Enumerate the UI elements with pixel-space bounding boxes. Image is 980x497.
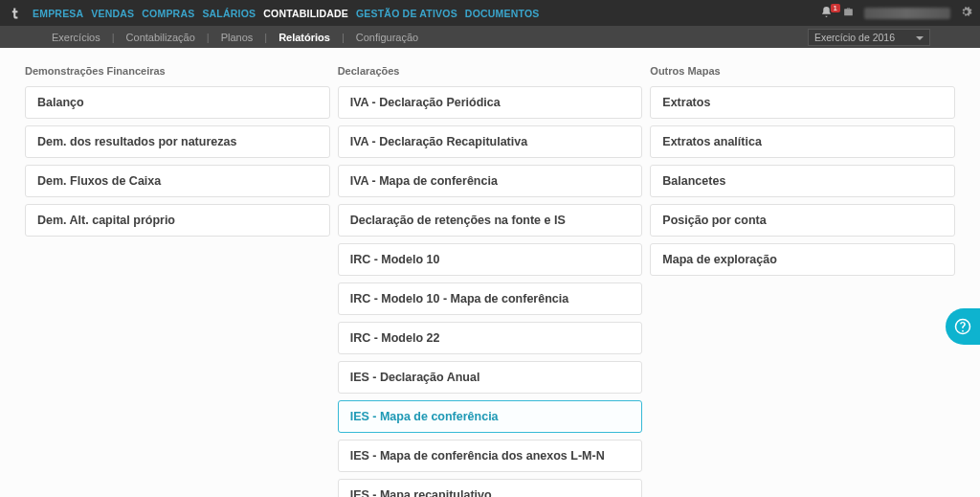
report-card[interactable]: IES - Mapa recapitulativo (338, 479, 643, 497)
briefcase-icon[interactable] (842, 6, 855, 20)
report-card[interactable]: IRC - Modelo 10 (338, 243, 643, 276)
report-card[interactable]: IES - Mapa de conferência dos anexos L-M… (338, 440, 643, 472)
report-card[interactable]: IVA - Mapa de conferência (338, 165, 643, 197)
top-bar: EMPRESAVENDASCOMPRASSALÁRIOSCONTABILIDAD… (0, 0, 980, 26)
user-name[interactable] (864, 8, 950, 19)
separator: | (207, 32, 210, 43)
report-card[interactable]: Mapa de exploração (650, 243, 955, 276)
report-card[interactable]: Balanço (25, 86, 330, 119)
topnav-item-compras[interactable]: COMPRAS (142, 8, 194, 19)
report-card[interactable]: Dem. Fluxos de Caixa (25, 165, 330, 197)
subnav-item-contabilização[interactable]: Contabilização (124, 32, 197, 43)
column-header: Outros Mapas (650, 65, 955, 77)
subnav-item-planos[interactable]: Planos (219, 32, 256, 43)
gear-icon[interactable] (960, 6, 972, 20)
column-header: Demonstrações Financeiras (25, 65, 330, 77)
sub-bar: Exercícios|Contabilização|Planos|Relatór… (0, 26, 980, 48)
subnav-item-configuração[interactable]: Configuração (354, 32, 420, 43)
report-card[interactable]: IES - Mapa de conferência (338, 400, 643, 433)
column-other: Outros Mapas ExtratosExtratos analíticaB… (650, 65, 955, 497)
topnav-item-vendas[interactable]: VENDAS (91, 8, 134, 19)
report-card[interactable]: IES - Declaração Anual (338, 361, 643, 394)
report-card[interactable]: Declaração de retenções na fonte e IS (338, 204, 643, 237)
sub-nav: Exercícios|Contabilização|Planos|Relatór… (50, 32, 420, 43)
subnav-item-exercícios[interactable]: Exercícios (50, 32, 102, 43)
column-financial: Demonstrações Financeiras BalançoDem. do… (25, 65, 330, 497)
content-grid: Demonstrações Financeiras BalançoDem. do… (0, 48, 980, 497)
separator: | (112, 32, 115, 43)
report-card[interactable]: Dem. dos resultados por naturezas (25, 125, 330, 158)
topnav-item-documentos[interactable]: DOCUMENTOS (465, 8, 540, 19)
app-logo[interactable] (8, 5, 25, 22)
report-card[interactable]: Extratos analítica (650, 125, 955, 158)
topnav-item-contabilidade[interactable]: CONTABILIDADE (263, 8, 348, 19)
subnav-item-relatórios[interactable]: Relatórios (277, 32, 332, 43)
report-card[interactable]: Extratos (650, 86, 955, 119)
report-card[interactable]: IVA - Declaração Periódica (338, 86, 643, 119)
top-bar-right: 1 (820, 6, 972, 20)
notification-badge: 1 (831, 4, 840, 12)
topnav-item-salários[interactable]: SALÁRIOS (202, 8, 256, 19)
report-card[interactable]: IVA - Declaração Recapitulativa (338, 125, 643, 158)
column-header: Declarações (338, 65, 643, 77)
help-button[interactable] (946, 308, 980, 345)
report-card[interactable]: IRC - Modelo 22 (338, 322, 643, 354)
column-declarations: Declarações IVA - Declaração PeriódicaIV… (338, 65, 643, 497)
report-card[interactable]: Posição por conta (650, 204, 955, 237)
report-card[interactable]: Balancetes (650, 165, 955, 197)
year-selector[interactable]: Exercício de 2016 (808, 29, 930, 46)
report-card[interactable]: Dem. Alt. capital próprio (25, 204, 330, 237)
notifications-icon[interactable]: 1 (820, 6, 833, 20)
separator: | (264, 32, 267, 43)
topnav-item-empresa[interactable]: EMPRESA (33, 8, 83, 19)
chevron-down-icon (916, 32, 924, 43)
top-nav: EMPRESAVENDASCOMPRASSALÁRIOSCONTABILIDAD… (33, 8, 540, 19)
separator: | (342, 32, 345, 43)
topnav-item-gestão-de-ativos[interactable]: GESTÃO DE ATIVOS (356, 8, 457, 19)
year-selector-label: Exercício de 2016 (814, 32, 895, 43)
report-card[interactable]: IRC - Modelo 10 - Mapa de conferência (338, 282, 643, 315)
